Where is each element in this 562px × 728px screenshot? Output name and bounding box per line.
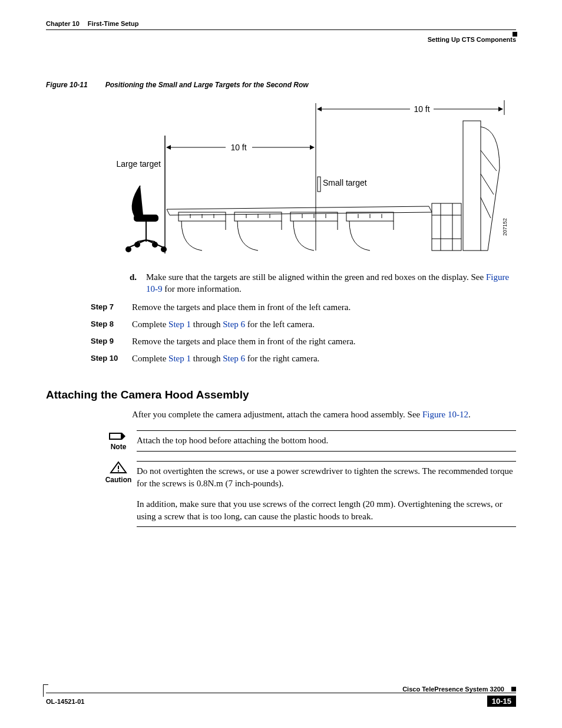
footer-rule	[46, 693, 516, 693]
chapter-number: Chapter 10	[46, 20, 80, 27]
text: through	[191, 354, 223, 363]
link-step-1[interactable]: Step 1	[168, 354, 191, 363]
svg-point-40	[118, 470, 119, 472]
link-step-1[interactable]: Step 1	[168, 319, 191, 329]
dim-top: 10 ft	[414, 104, 429, 114]
text: for more information.	[163, 284, 242, 294]
figure-title: Positioning the Small and Large Targets …	[105, 81, 309, 89]
small-target-label: Small target	[323, 178, 367, 187]
text: for the left camera.	[245, 319, 315, 329]
text: .	[468, 410, 471, 419]
svg-point-10	[126, 247, 131, 252]
heading-attaching-hood: Attaching the Camera Hood Assembly	[46, 388, 516, 401]
note-callout: Note Attach the top hood before attachin…	[105, 430, 516, 452]
step-body: Complete Step 1 through Step 6 for the r…	[132, 353, 516, 365]
step-label: Step 10	[91, 353, 132, 365]
caution-icon	[110, 461, 127, 474]
caution-callout: Caution Do not overtighten the screws, o…	[105, 461, 516, 527]
step-body: Remove the targets and place them in fro…	[132, 335, 516, 348]
svg-point-13	[153, 242, 157, 247]
intro-paragraph: After you complete the camera adjustment…	[132, 409, 516, 421]
link-step-6[interactable]: Step 6	[223, 319, 245, 329]
link-figure-10-12[interactable]: Figure 10-12	[422, 410, 468, 419]
page-header: Chapter 10 First-Time Setup Setting Up C…	[46, 20, 516, 43]
figure-caption: Figure 10-11 Positioning the Small and L…	[46, 81, 516, 89]
section-title: Setting Up CTS Components	[46, 36, 516, 43]
footer-docnum: OL-14521-01	[46, 698, 84, 705]
text: for the right camera.	[245, 354, 319, 363]
footer-block	[511, 687, 516, 691]
step-8: Step 8 Complete Step 1 through Step 6 fo…	[46, 318, 516, 331]
caution-p1: Do not overtighten the screws, or use a …	[137, 465, 516, 490]
text: through	[191, 319, 223, 329]
dim-mid: 10 ft	[230, 143, 246, 152]
step-label: Step 9	[91, 335, 132, 348]
large-target-label: Large target	[117, 159, 161, 169]
drawing-id: 207152	[502, 218, 508, 236]
page-footer: Cisco TelePresence System 3200 OL-14521-…	[46, 686, 516, 707]
svg-rect-7	[318, 177, 320, 192]
svg-point-12	[135, 242, 140, 247]
chapter-title: First-Time Setup	[88, 20, 139, 27]
svg-line-38	[481, 197, 491, 218]
caution-body: Do not overtighten the screws, or use a …	[137, 461, 516, 527]
figure-label: Figure 10-11	[46, 81, 88, 89]
step-body: Complete Step 1 through Step 6 for the l…	[132, 318, 516, 331]
svg-rect-8	[134, 215, 158, 221]
note-label: Note	[105, 442, 132, 452]
text: Complete	[132, 354, 168, 363]
step-label: Step 8	[91, 318, 132, 331]
text: Make sure that the targets are still be …	[146, 272, 486, 282]
substep-body: Make sure that the targets are still be …	[146, 271, 516, 295]
note-body: Attach the top hood before attaching the…	[137, 430, 516, 452]
figure-10-11: 10 ft 10 ft Large target Small target	[111, 97, 516, 259]
step-body: Remove the targets and place them in fro…	[132, 301, 516, 314]
page-number: 10-15	[487, 696, 516, 707]
link-step-6[interactable]: Step 6	[223, 354, 245, 363]
svg-rect-30	[432, 203, 461, 251]
svg-rect-35	[463, 121, 481, 251]
text: Complete	[132, 319, 168, 329]
substep-marker: d.	[130, 271, 146, 295]
step-10: Step 10 Complete Step 1 through Step 6 f…	[46, 353, 516, 365]
step-7: Step 7 Remove the targets and place them…	[46, 301, 516, 314]
substep-d: d. Make sure that the targets are still …	[130, 271, 516, 295]
caution-p2: In addition, make sure that you use scre…	[137, 498, 516, 523]
step-label: Step 7	[91, 301, 132, 314]
svg-line-36	[481, 150, 497, 171]
svg-point-11	[161, 247, 166, 252]
pencil-icon	[108, 430, 129, 441]
footer-product: Cisco TelePresence System 3200	[402, 686, 510, 693]
svg-line-37	[481, 174, 494, 195]
caution-label: Caution	[105, 475, 132, 485]
header-rule	[46, 29, 516, 30]
text: After you complete the camera adjustment…	[132, 410, 422, 419]
header-marker-block	[513, 32, 517, 37]
step-9: Step 9 Remove the targets and place them…	[46, 335, 516, 348]
